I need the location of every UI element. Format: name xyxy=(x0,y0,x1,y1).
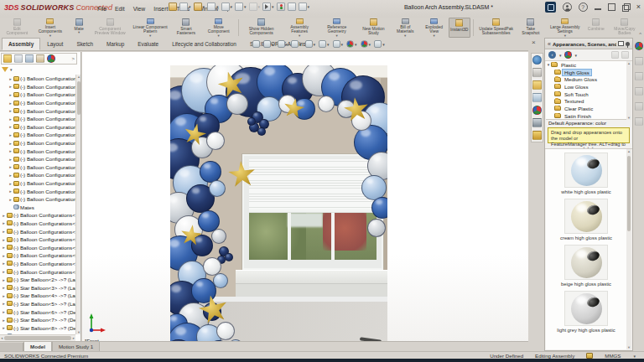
appearance-category-clear-plastic[interactable]: Clear Plastic xyxy=(546,105,626,112)
new-document-button[interactable]: ▾ xyxy=(179,2,192,12)
smart-fasteners-button[interactable]: Smart Fasteners xyxy=(170,18,202,38)
status-units[interactable]: MMGS xyxy=(605,353,621,359)
file-explorer-icon[interactable] xyxy=(532,80,542,90)
large-assembly-settings-button[interactable]: Large Assembly Settings▾ xyxy=(545,18,585,38)
tree-row[interactable]: ▸(-) Balloon Configurations< xyxy=(0,99,75,107)
balloon[interactable] xyxy=(371,197,387,219)
appearance-category-satin-finish[interactable]: Satin Finish xyxy=(546,112,626,120)
tree-row[interactable]: ▸(-) Star Balloon<6> ->? (Defaul xyxy=(0,308,75,316)
expand-arrow-icon[interactable]: ▸ xyxy=(2,309,6,314)
scroll-thumb-h[interactable] xyxy=(4,336,70,340)
expand-arrow-icon[interactable]: ▸ xyxy=(8,148,13,153)
back-arrow-icon[interactable]: ‹ xyxy=(548,51,556,59)
appearance-category-low-gloss[interactable]: Low Gloss xyxy=(546,83,626,90)
assembly-features-button[interactable]: Assembly Features▾ xyxy=(282,18,318,38)
options-gear-button[interactable]: ▾ xyxy=(298,2,311,12)
wheel-caret-icon[interactable]: ▾ xyxy=(575,53,578,58)
cameras-tab-icon[interactable] xyxy=(635,102,643,111)
appearance-swatch[interactable]: cream high gloss plastic xyxy=(550,199,622,240)
expand-arrow-icon[interactable]: ▸ xyxy=(8,116,13,122)
close-button[interactable]: × xyxy=(636,3,641,11)
expand-arrow-icon[interactable]: ▸ xyxy=(8,181,13,186)
tree-row[interactable]: ▸(-) Balloon Configurations<6> - xyxy=(0,251,75,260)
help-icon[interactable]: ? xyxy=(579,3,588,12)
expand-arrow-icon[interactable]: ▸ xyxy=(8,76,13,81)
scroll-up-icon[interactable]: ▲ xyxy=(76,75,81,79)
pin-icon[interactable] xyxy=(626,42,630,46)
view-orientation-button[interactable]: ▾ xyxy=(304,39,317,49)
tree-row[interactable]: ▸(-) Balloon Configurations< xyxy=(0,139,75,147)
undo-button[interactable]: ▾ xyxy=(234,2,247,12)
tree-row[interactable]: ▸(-) Balloon Configurations<2> - xyxy=(0,220,75,228)
appearance-wheel-icon[interactable] xyxy=(564,51,572,59)
mate-button[interactable]: Mate▾ xyxy=(68,18,90,38)
walkthrough-tab-icon[interactable] xyxy=(635,117,643,126)
expand-arrow-icon[interactable]: ▸ xyxy=(2,318,6,323)
expand-arrow-icon[interactable]: ▸ xyxy=(2,229,6,234)
expand-arrow-icon[interactable]: ▸ xyxy=(2,237,6,242)
tree-row[interactable]: ▸(-) Star Balloon<3> ->? (Large S xyxy=(0,283,75,292)
tree-row[interactable]: ▸(-) Balloon Configurations< xyxy=(0,163,75,172)
tree-row[interactable]: ▸(-) Balloon Configurations<7> - xyxy=(0,260,75,268)
reference-geometry-button[interactable]: Reference Geometry▾ xyxy=(318,18,356,38)
window-layout-button[interactable] xyxy=(608,3,615,11)
lights-tab-icon[interactable] xyxy=(635,87,643,96)
previous-view-button[interactable]: ▾ xyxy=(277,39,289,49)
balloon[interactable] xyxy=(209,180,226,197)
balloon[interactable] xyxy=(213,273,228,288)
display-style-button[interactable]: ▾ xyxy=(318,39,330,49)
3dexperience-search-icon[interactable] xyxy=(545,2,556,13)
tree-row[interactable]: ▸(-) Balloon Configurations< xyxy=(0,123,75,132)
units-caret-icon[interactable]: ▾ xyxy=(633,354,636,359)
back-caret-icon[interactable]: ▾ xyxy=(559,53,562,58)
expand-arrow-icon[interactable]: ▸ xyxy=(8,101,13,106)
tree-row[interactable]: ▸(-) Balloon Configurations< xyxy=(0,115,75,123)
instant3d-button[interactable]: Instant3D xyxy=(449,18,470,38)
scenes-tab-icon[interactable] xyxy=(635,57,643,65)
balloon[interactable] xyxy=(367,219,386,237)
balloon[interactable] xyxy=(225,253,233,261)
appearances-tab-icon[interactable] xyxy=(635,42,643,50)
tree-vertical-scrollbar[interactable]: ▲ ▼ xyxy=(75,75,80,334)
tree-row[interactable]: ▸(-) Balloon Configurations< xyxy=(0,106,75,115)
appearance-swatch[interactable]: beige high gloss plastic xyxy=(550,245,622,287)
swatch-scrollbar[interactable]: ▲ ▼ xyxy=(626,149,631,349)
expand-arrow-icon[interactable]: ▸ xyxy=(8,173,13,178)
solidworks-tools-icon[interactable] xyxy=(532,131,542,140)
rebuild-traffic-light-button[interactable] xyxy=(276,2,286,12)
expand-arrow-icon[interactable]: ▸ xyxy=(8,197,13,202)
balloon[interactable] xyxy=(206,132,225,150)
tab-assembly[interactable]: Assembly xyxy=(2,38,40,50)
section-view-button[interactable]: ▾ xyxy=(290,39,303,49)
tree-row[interactable]: Mates xyxy=(0,204,75,212)
balloon[interactable] xyxy=(318,96,335,112)
tree-filter-row[interactable]: ▾ xyxy=(2,65,13,74)
user-account-icon[interactable] xyxy=(563,3,572,12)
menu-file[interactable]: File xyxy=(94,4,110,13)
expand-arrow-icon[interactable]: ▸ xyxy=(2,277,6,282)
balloon[interactable] xyxy=(257,127,266,136)
expand-arrow-icon[interactable]: ▸ xyxy=(2,325,6,330)
expand-arrow-icon[interactable]: ▸ xyxy=(8,189,13,194)
tab-markup[interactable]: Markup xyxy=(100,38,131,50)
new-motion-study-button[interactable]: New Motion Study xyxy=(356,18,391,38)
tree-row[interactable]: ▸(-) Balloon Configurations< xyxy=(0,90,75,99)
3dexperience-resources-icon[interactable] xyxy=(532,55,542,65)
scroll-thumb[interactable] xyxy=(77,81,80,115)
appearance-tree-scrollbar[interactable]: ▲ ▼ xyxy=(626,61,631,120)
display-pane-button[interactable] xyxy=(287,2,297,12)
update-speedpak-subassemblies-button[interactable]: Update SpeedPak Subassemblies xyxy=(476,18,517,38)
expand-arrow-icon[interactable]: ▸ xyxy=(8,84,13,89)
tree-row[interactable]: ▸(-) Balloon Configurations<5> - xyxy=(0,243,75,251)
tree-row[interactable]: ▸(-) Star Balloon<8> ->? (Defaul xyxy=(0,323,75,332)
expand-arrow-icon[interactable]: ▸ xyxy=(8,157,13,162)
appearance-category-root[interactable]: ▾Plastic xyxy=(546,61,626,69)
show-hidden-components-button[interactable]: Show Hidden Components xyxy=(242,18,282,38)
balloon[interactable] xyxy=(211,229,226,244)
tree-row[interactable]: ▸(-) Balloon Configurations< xyxy=(0,179,75,188)
expand-arrow-icon[interactable]: ▸ xyxy=(8,108,13,113)
appearances-scenes-decals-icon[interactable] xyxy=(532,106,542,115)
scroll-right-icon[interactable]: ▸ xyxy=(72,336,75,340)
tree-row[interactable]: ▸(-) Balloon Configurations< xyxy=(0,75,75,83)
tree-row[interactable]: ▸(-) Balloon Configurations< xyxy=(0,147,75,155)
